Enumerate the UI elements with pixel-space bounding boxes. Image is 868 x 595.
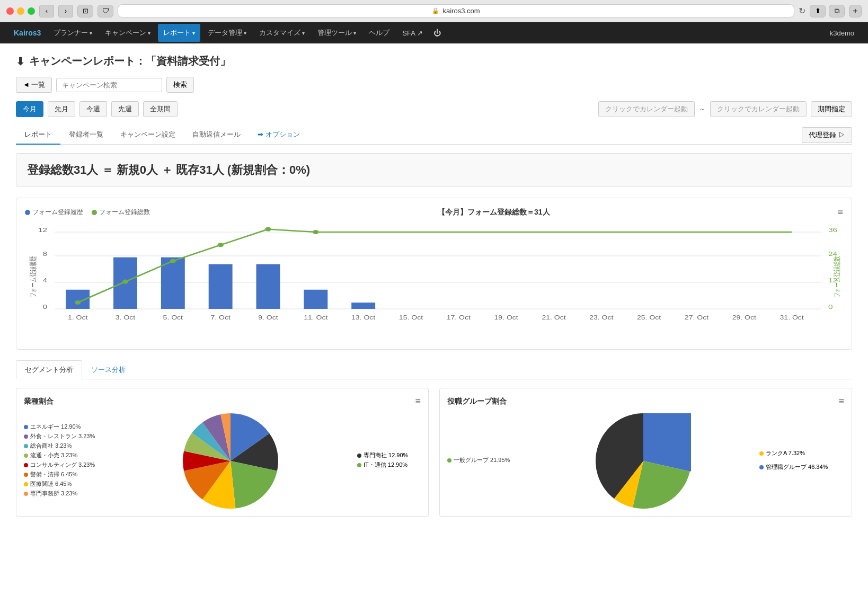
chart-menu-icon[interactable]: ≡	[837, 207, 843, 218]
legend-label-5: 警備・清掃 6.45%	[30, 470, 77, 478]
refresh-icon: ↻	[799, 6, 805, 15]
svg-text:23. Oct: 23. Oct	[589, 315, 614, 321]
date-btn-this-month[interactable]: 今月	[16, 101, 43, 117]
calendar-to-button[interactable]: クリックでカレンダー起動	[710, 101, 807, 117]
chevron-down-icon: ▾	[302, 30, 305, 36]
refresh-button[interactable]: ↻	[799, 6, 805, 16]
svg-text:0: 0	[43, 304, 48, 310]
legend-item-total: フォーム登録総数	[92, 208, 150, 217]
svg-text:11. Oct: 11. Oct	[304, 315, 328, 321]
calendar-from-button[interactable]: クリックでカレンダー起動	[598, 101, 695, 117]
nav-item-campaign[interactable]: キャンペーン ▾	[100, 24, 156, 42]
legend-dot-r0	[357, 454, 361, 458]
tab-campaign-settings[interactable]: キャンペーン設定	[112, 126, 184, 145]
legend-dot-green	[92, 210, 97, 215]
svg-text:36: 36	[828, 227, 837, 233]
sidebar-button[interactable]: ⊡	[77, 5, 93, 17]
nav-item-report[interactable]: レポート ▾	[158, 24, 200, 42]
nav-item-sfa[interactable]: SFA ↗	[397, 25, 428, 41]
proxy-register-button[interactable]: 代理登録 ▷	[802, 127, 852, 143]
forward-nav-icon: ›	[65, 7, 67, 15]
svg-rect-17	[304, 290, 327, 309]
industry-pie-content: エネルギー 12.90% 外食・レストラン 3.23% 総合商社 3.23% 流…	[24, 413, 421, 509]
nav-item-tools[interactable]: 管理ツール ▾	[312, 24, 361, 42]
legend-label-2: 総合商社 3.23%	[30, 442, 72, 450]
legend-label-4: コンサルティング 3.23%	[30, 461, 95, 469]
legend-label-total: フォーム登録総数	[99, 208, 150, 217]
stats-box: 登録総数31人 ＝ 新規0人 ＋ 既存31人 (新規割合：0%)	[16, 153, 852, 187]
date-btn-last-week[interactable]: 先週	[111, 101, 139, 117]
nav-item-planner[interactable]: プランナー ▾	[48, 24, 98, 42]
date-btn-all[interactable]: 全期間	[143, 101, 178, 117]
minimize-button[interactable]	[17, 7, 24, 15]
legend-dot-r1	[357, 463, 361, 467]
legend-label-0: エネルギー 12.90%	[30, 423, 81, 431]
chevron-down-icon: ▾	[192, 30, 195, 36]
nav-user: k3demo	[825, 29, 860, 37]
role-pie-svg-wrap	[532, 413, 754, 509]
add-tab-button[interactable]: +	[849, 5, 862, 17]
role-legend-r1: 管理職グループ 46.34%	[759, 463, 844, 471]
segment-tabs: セグメント分析 ソース分析	[16, 360, 852, 379]
legend-dot-4	[24, 463, 28, 467]
industry-pie-right-legend: 専門商社 12.90% IT・通信 12.90%	[357, 451, 421, 470]
campaign-search-input[interactable]	[56, 78, 162, 92]
seg-tab-source[interactable]: ソース分析	[82, 360, 135, 379]
maximize-button[interactable]	[28, 7, 35, 15]
chevron-down-icon: ▾	[353, 30, 356, 36]
tab-registrants[interactable]: 登録者一覧	[60, 126, 112, 145]
nav-item-customize[interactable]: カスタマイズ ▾	[254, 24, 310, 42]
legend-dot-0	[24, 425, 28, 429]
svg-text:13. Oct: 13. Oct	[351, 315, 376, 321]
date-filter: 今月 先月 今週 先週 全期間 クリックでカレンダー起動 ～ クリックでカレンダ…	[16, 101, 852, 117]
back-nav-button[interactable]: ‹	[39, 5, 54, 17]
industry-pie-legend: エネルギー 12.90% 外食・レストラン 3.23% 総合商社 3.23% 流…	[24, 423, 103, 499]
tab-report[interactable]: レポート	[16, 126, 60, 145]
role-legend-0: 一般グループ 21.95%	[447, 456, 527, 464]
svg-point-19	[75, 300, 81, 305]
pie-card-header-industry: 業種割合 ≡	[24, 396, 421, 407]
role-pie-legend: 一般グループ 21.95%	[447, 456, 527, 466]
industry-pie-svg-wrap	[109, 413, 352, 509]
share-icon: ⬆	[815, 7, 821, 15]
campaign-search-button[interactable]: 検索	[166, 77, 194, 93]
nav-brand[interactable]: Kairos3	[8, 29, 46, 37]
svg-text:19. Oct: 19. Oct	[494, 315, 519, 321]
svg-point-23	[265, 227, 271, 232]
close-button[interactable]	[6, 7, 14, 15]
role-dot-0	[447, 458, 451, 463]
page-title-text: キャンペーンレポート：「資料請求受付」	[29, 54, 231, 68]
back-list-button[interactable]: ◄ 一覧	[16, 77, 52, 93]
search-bar: ◄ 一覧 検索	[16, 77, 852, 93]
sub-tabs: レポート 登録者一覧 キャンペーン設定 自動返信メール ➡ オプション 代理登録…	[16, 126, 852, 145]
date-btn-this-week[interactable]: 今週	[79, 101, 107, 117]
nav-item-help[interactable]: ヘルプ	[364, 24, 395, 42]
tab-options[interactable]: ➡ オプション	[249, 126, 308, 145]
add-tab-icon: +	[853, 6, 857, 16]
nav-item-data[interactable]: データ管理 ▾	[202, 24, 252, 42]
date-btn-last-month[interactable]: 先月	[48, 101, 75, 117]
period-specify-button[interactable]: 期間指定	[811, 101, 852, 117]
power-icon[interactable]: ⏻	[430, 29, 444, 37]
role-legend-r0: ランクA 7.32%	[759, 449, 844, 457]
address-bar[interactable]: 🔒 kairos3.com	[118, 4, 794, 17]
tab-auto-reply[interactable]: 自動返信メール	[184, 126, 249, 145]
shield-icon: 🛡	[102, 7, 109, 15]
share-button[interactable]: ⬆	[810, 5, 826, 17]
legend-item-4: コンサルティング 3.23%	[24, 461, 103, 469]
chart-header: フォーム登録履歴 フォーム登録総数 【今月】フォーム登録総数＝31人 ≡	[25, 207, 843, 218]
industry-menu-icon[interactable]: ≡	[415, 396, 421, 407]
download-icon: ⬇	[16, 55, 25, 68]
traffic-lights	[6, 7, 35, 15]
role-label-0: 一般グループ 21.95%	[454, 456, 510, 464]
seg-tab-segment[interactable]: セグメント分析	[16, 360, 82, 379]
back-nav-icon: ‹	[46, 7, 48, 15]
tab-manager-button[interactable]: ⧉	[829, 5, 845, 17]
forward-nav-button[interactable]: ›	[58, 5, 73, 17]
shield-button[interactable]: 🛡	[98, 5, 113, 17]
legend-item-1: 外食・レストラン 3.23%	[24, 432, 103, 440]
tab-icon: ⧉	[835, 7, 839, 15]
role-menu-icon[interactable]: ≡	[838, 396, 844, 407]
svg-text:0: 0	[828, 304, 833, 310]
page-content: ⬇ キャンペーンレポート：「資料請求受付」 ◄ 一覧 検索 今月 先月 今週 先…	[0, 43, 868, 595]
